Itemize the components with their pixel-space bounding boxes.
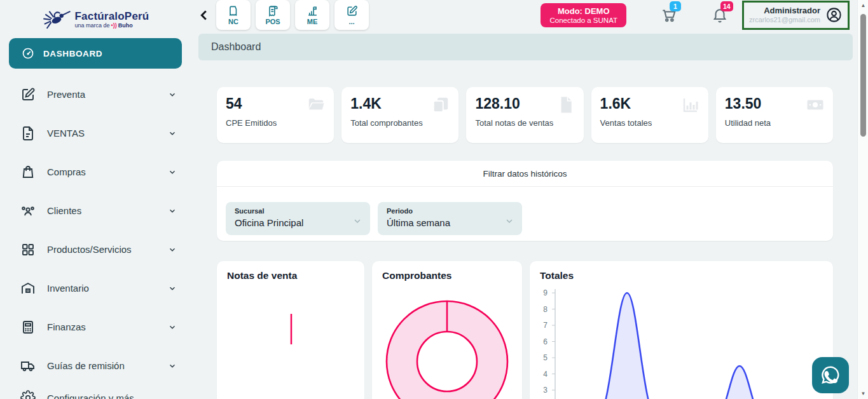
quick-button-me[interactable]: ME xyxy=(295,0,329,30)
sucursal-select[interactable]: Sucursal Oficina Principal xyxy=(226,202,370,235)
chart-title: Comprobantes xyxy=(372,261,522,281)
select-value: Oficina Principal xyxy=(235,217,361,228)
sidebar-item-label: Clientes xyxy=(47,205,168,216)
totales-area-chart: 9 8 7 6 5 4 3 xyxy=(530,261,833,399)
sidebar-item-configuracion[interactable]: Configuración y más xyxy=(0,385,191,399)
sidebar-item-finanzas[interactable]: Finanzas xyxy=(0,308,191,346)
document-icon xyxy=(556,95,575,114)
y-tick-label: 4 xyxy=(543,370,548,379)
stat-card-total-comprobantes: 1.4K Total comprobantes xyxy=(341,87,458,143)
vertical-scrollbar[interactable]: ▲ ▼ xyxy=(857,0,868,399)
notification-count-badge: 14 xyxy=(720,1,733,11)
sidebar-item-label: Configuración y más xyxy=(47,393,177,399)
sidebar-item-preventa[interactable]: Preventa xyxy=(0,75,191,114)
sidebar-item-dashboard[interactable]: DASHBOARD xyxy=(9,38,182,69)
collapse-sidebar-icon[interactable] xyxy=(197,8,211,22)
scroll-down-icon[interactable]: ▼ xyxy=(858,391,868,396)
topbar-right: Modo: DEMO Conectado a SUNAT 1 14 xyxy=(541,1,850,30)
note-document-icon xyxy=(228,5,240,17)
demo-mode-badge[interactable]: Modo: DEMO Conectado a SUNAT xyxy=(541,3,626,27)
dashboard-content: 54 CPE Emitidos 1.4K Total comprobantes … xyxy=(191,60,857,399)
charts-row: Notas de venta Comprobantes Totales xyxy=(217,261,833,399)
user-name: Administrador xyxy=(749,6,820,16)
y-tick-label: 3 xyxy=(543,386,548,395)
chart-title: Totales xyxy=(530,261,833,281)
select-value: Última semana xyxy=(387,217,513,228)
brand-name: FactúraloPerú xyxy=(75,11,149,22)
brand-logo[interactable]: FactúraloPerú una marca de •)) Buho xyxy=(0,4,191,36)
stat-card-utilidad-neta: 13.50 Utilidad neta xyxy=(716,87,833,143)
sidebar-item-label: Guías de remisión xyxy=(47,360,168,371)
stats-row: 54 CPE Emitidos 1.4K Total comprobantes … xyxy=(217,87,833,143)
stat-label: Total comprobantes xyxy=(350,118,450,128)
y-tick-label: 7 xyxy=(543,321,548,330)
filter-title: Filtrar datos históricos xyxy=(217,161,833,186)
sidebar-item-label: Productos/Servicios xyxy=(47,244,168,255)
shopping-bag-icon xyxy=(20,165,36,180)
gear-icon xyxy=(20,390,36,399)
stat-label: Total notas de ventas xyxy=(475,118,574,128)
receipt-icon xyxy=(267,5,279,17)
chevron-down-icon xyxy=(168,284,177,293)
warehouse-icon xyxy=(20,281,36,296)
sidebar-item-label: Finanzas xyxy=(47,321,168,332)
sidebar-item-clientes[interactable]: Clientes xyxy=(0,191,191,230)
quick-button-pos[interactable]: POS xyxy=(256,0,290,30)
topbar: NC POS ME . xyxy=(191,0,857,30)
sidebar-nav: Preventa VENTAS Compras xyxy=(0,75,191,399)
chevron-down-icon xyxy=(168,129,177,138)
scroll-up-icon[interactable]: ▲ xyxy=(858,3,868,8)
sidebar-item-guias-remision[interactable]: Guías de remisión xyxy=(0,346,191,385)
stat-card-cpe-emitidos: 54 CPE Emitidos xyxy=(217,87,334,143)
chevron-down-icon xyxy=(168,206,177,215)
brand-tagline: una marca de •)) Buho xyxy=(75,23,149,29)
comprobantes-donut-chart xyxy=(372,261,522,399)
page-title: Dashboard xyxy=(198,34,853,60)
sidebar-item-label: Compras xyxy=(47,166,168,177)
notas-de-venta-line-chart xyxy=(217,261,364,399)
sidebar-item-ventas[interactable]: VENTAS xyxy=(0,114,191,152)
whatsapp-button[interactable] xyxy=(812,357,849,393)
y-tick-label: 9 xyxy=(543,288,548,297)
sidebar-item-label: VENTAS xyxy=(47,128,168,139)
truck-icon xyxy=(20,358,36,374)
folder-icon xyxy=(307,95,326,114)
mode-badge-line2: Conectado a SUNAT xyxy=(549,17,617,24)
notifications-button[interactable]: 14 xyxy=(712,7,728,24)
copy-icon xyxy=(431,95,450,114)
stat-card-total-notas-ventas: 128.10 Total notas de ventas xyxy=(466,87,583,143)
quick-button-label: NC xyxy=(228,18,238,25)
scrollbar-thumb[interactable] xyxy=(860,14,866,137)
app-window: FactúraloPerú una marca de •)) Buho DASH… xyxy=(0,0,868,399)
calculator-icon xyxy=(20,320,36,335)
cart-count-badge: 1 xyxy=(670,1,681,11)
quick-button-nc[interactable]: NC xyxy=(216,0,251,30)
y-tick-label: 8 xyxy=(543,305,548,314)
buho-mark-icon: •)) xyxy=(111,23,117,29)
cart-button[interactable]: 1 xyxy=(661,7,677,24)
user-menu[interactable]: Administrador zrcarlos21@gmail.com xyxy=(742,1,850,30)
select-label: Sucursal xyxy=(235,207,361,215)
chart-card-totales: Totales 9 8 7 6 5 4 3 xyxy=(530,261,833,399)
select-label: Periodo xyxy=(387,207,513,215)
page-title-bar: Dashboard xyxy=(191,30,857,60)
sidebar-item-inventario[interactable]: Inventario xyxy=(0,269,191,308)
y-tick-label: 5 xyxy=(543,353,548,362)
sidebar-item-compras[interactable]: Compras xyxy=(0,152,191,191)
stat-label: Utilidad neta xyxy=(725,118,824,128)
mode-badge-line1: Modo: DEMO xyxy=(549,6,617,16)
user-email: zrcarlos21@gmail.com xyxy=(749,16,820,25)
edit-icon xyxy=(20,87,36,102)
emissions-chart-icon xyxy=(307,5,319,17)
periodo-select[interactable]: Periodo Última semana xyxy=(378,202,522,235)
stat-label: Ventas totales xyxy=(600,118,699,128)
sidebar-item-productos-servicios[interactable]: Productos/Servicios xyxy=(0,230,191,269)
chevron-down-icon xyxy=(168,323,177,332)
quick-button-more[interactable]: ... xyxy=(334,0,369,30)
chevron-down-icon xyxy=(168,245,177,254)
stat-label: CPE Emitidos xyxy=(226,118,325,128)
grid-icon xyxy=(20,242,36,257)
nazca-hummingbird-icon xyxy=(42,7,71,32)
chart-card-comprobantes: Comprobantes xyxy=(372,261,522,399)
sidebar-item-label: DASHBOARD xyxy=(43,49,102,58)
